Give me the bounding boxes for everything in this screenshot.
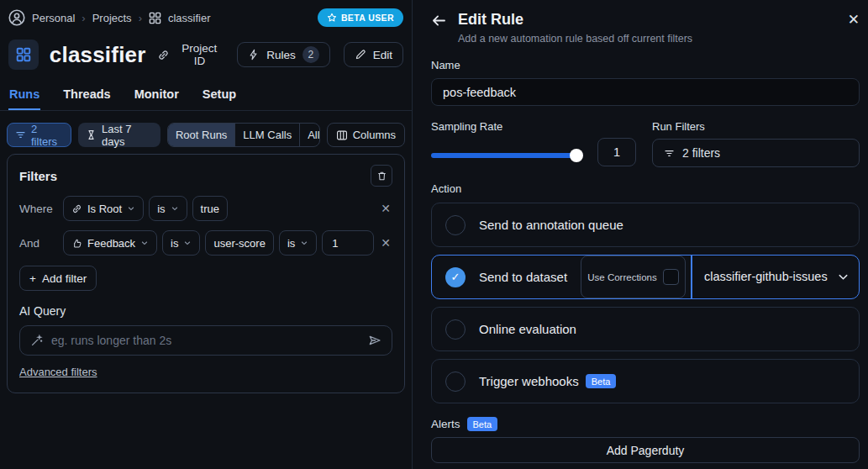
- add-filter-button[interactable]: + Add filter: [19, 266, 97, 291]
- project-page: Personal › Projects › classifier BETA US…: [0, 0, 412, 469]
- segment-root-runs[interactable]: Root Runs: [168, 124, 234, 146]
- check-icon: ✓: [451, 271, 460, 283]
- use-corrections-checkbox[interactable]: [663, 269, 679, 285]
- sampling-rate-value[interactable]: 1: [597, 138, 636, 166]
- conjunction-label: And: [19, 237, 58, 250]
- drawer-subtitle: Add a new automation rule based off curr…: [458, 33, 837, 45]
- pencil-icon: [355, 49, 366, 61]
- filter-field-dropdown[interactable]: Feedback: [63, 230, 157, 256]
- link-icon: [157, 49, 170, 61]
- back-arrow-icon[interactable]: [431, 13, 447, 29]
- date-range-button[interactable]: Last 7 days: [78, 123, 160, 147]
- remove-filter-icon[interactable]: ✕: [379, 234, 392, 251]
- tab-bar: Runs Threads Monitor Setup: [0, 82, 412, 111]
- rules-count-badge: 2: [302, 46, 319, 63]
- runs-toolbar: 2 filters Last 7 days Root Runs LLM Call…: [0, 123, 412, 147]
- chevron-down-icon: [171, 204, 179, 213]
- plus-icon: +: [29, 272, 36, 285]
- link-icon: [71, 203, 82, 214]
- filter-value[interactable]: true: [192, 196, 228, 221]
- alerts-label: Alerts: [431, 418, 460, 430]
- sampling-section: Sampling Rate 1 Run Filters 2 filters: [431, 120, 860, 167]
- send-icon[interactable]: [368, 334, 381, 347]
- filter-icon: [15, 129, 26, 140]
- filter-operator-dropdown[interactable]: is: [149, 196, 187, 221]
- edit-button[interactable]: Edit: [344, 42, 403, 67]
- clear-filters-button[interactable]: [371, 165, 392, 187]
- filters-panel: Filters Where Is Root is: [7, 154, 405, 393]
- columns-icon: [336, 129, 348, 141]
- columns-button[interactable]: Columns: [327, 123, 405, 147]
- rule-name-input[interactable]: [431, 78, 860, 106]
- segment-all-runs[interactable]: All Runs: [299, 124, 319, 146]
- slider-thumb[interactable]: [570, 149, 583, 162]
- chevron-down-icon: [127, 204, 135, 213]
- radio-unselected[interactable]: [445, 215, 466, 235]
- filter-row-2: And Feedback is user-score is: [19, 230, 392, 256]
- ai-query-box: [19, 325, 392, 356]
- dataset-select[interactable]: classifier-github-issues: [691, 256, 859, 298]
- user-avatar-icon[interactable]: [8, 9, 25, 26]
- radio-selected[interactable]: ✓: [445, 267, 466, 287]
- option-online-evaluation[interactable]: Online evaluation: [431, 307, 860, 351]
- radio-unselected[interactable]: [445, 319, 466, 340]
- project-actions: Project ID Rules 2 Edit: [157, 42, 403, 67]
- tab-runs[interactable]: Runs: [8, 82, 40, 110]
- filter-field-dropdown[interactable]: Is Root: [63, 196, 144, 221]
- rules-button[interactable]: Rules 2: [237, 42, 330, 67]
- drawer-title: Edit Rule: [458, 11, 837, 29]
- sampling-rate-label: Sampling Rate: [431, 120, 636, 133]
- project-id-button[interactable]: Project ID: [157, 42, 224, 67]
- tab-threads[interactable]: Threads: [62, 82, 111, 110]
- page-title: classifier: [50, 42, 146, 68]
- project-header: classifier Project ID Rules 2 Edit: [0, 38, 412, 71]
- lightning-icon: [248, 49, 260, 61]
- chevron-down-icon: [140, 239, 149, 247]
- close-icon[interactable]: ✕: [848, 13, 860, 29]
- option-trigger-webhooks[interactable]: Trigger webhooks Beta: [431, 359, 860, 403]
- project-grid-icon: [8, 40, 39, 70]
- add-pagerduty-button[interactable]: Add Pagerduty: [431, 437, 860, 463]
- chevron-down-icon: [837, 271, 850, 283]
- thumbs-up-icon: [71, 238, 82, 249]
- segment-llm-calls[interactable]: LLM Calls: [234, 124, 299, 146]
- edit-rule-drawer: Edit Rule ✕ Add a new automation rule ba…: [412, 0, 868, 469]
- beta-badge: Beta: [467, 417, 498, 431]
- trash-icon: [376, 171, 387, 182]
- chevron-right-icon: ›: [82, 12, 85, 24]
- radio-unselected[interactable]: [445, 372, 466, 392]
- filter-sub-operator-dropdown[interactable]: is: [279, 230, 317, 256]
- filter-row-1: Where Is Root is true ✕: [19, 196, 392, 221]
- chevron-down-icon: [183, 239, 192, 247]
- tab-monitor[interactable]: Monitor: [134, 82, 180, 110]
- run-type-segmented-control: Root Runs LLM Calls All Runs: [167, 123, 320, 147]
- filter-operator-dropdown[interactable]: is: [162, 230, 200, 256]
- filters-count-button[interactable]: 2 filters: [7, 123, 71, 147]
- option-send-to-dataset[interactable]: ✓ Send to dataset Use Corrections classi…: [431, 255, 860, 299]
- run-filters-label: Run Filters: [652, 120, 860, 133]
- filters-panel-title: Filters: [19, 169, 57, 183]
- use-corrections-box: Use Corrections: [581, 256, 686, 298]
- grid-icon: [149, 12, 161, 24]
- breadcrumb-personal[interactable]: Personal: [32, 12, 75, 24]
- remove-filter-icon[interactable]: ✕: [379, 200, 392, 217]
- magic-wand-icon: [30, 335, 43, 347]
- run-filters-button[interactable]: 2 filters: [652, 139, 860, 167]
- beta-user-label: BETA USER: [341, 13, 394, 23]
- alerts-section: Alerts Beta: [431, 417, 860, 431]
- advanced-filters-link[interactable]: Advanced filters: [19, 366, 97, 378]
- dataset-name: classifier-github-issues: [704, 268, 837, 287]
- breadcrumb-projects[interactable]: Projects: [92, 12, 132, 24]
- breadcrumb: Personal › Projects › classifier BETA US…: [0, 0, 412, 27]
- filter-icon: [664, 148, 675, 159]
- use-corrections-label: Use Corrections: [587, 272, 656, 282]
- sampling-rate-slider[interactable]: [431, 153, 581, 158]
- ai-query-input[interactable]: [51, 334, 360, 347]
- filter-key[interactable]: user-score: [205, 230, 273, 256]
- beta-badge: Beta: [586, 374, 617, 388]
- beta-user-badge: BETA USER: [318, 8, 403, 27]
- filter-value-input[interactable]: 1: [322, 230, 374, 256]
- tab-setup[interactable]: Setup: [202, 82, 237, 110]
- breadcrumb-classifier[interactable]: classifier: [168, 12, 211, 24]
- option-send-to-annotation-queue[interactable]: Send to annotation queue: [431, 203, 860, 247]
